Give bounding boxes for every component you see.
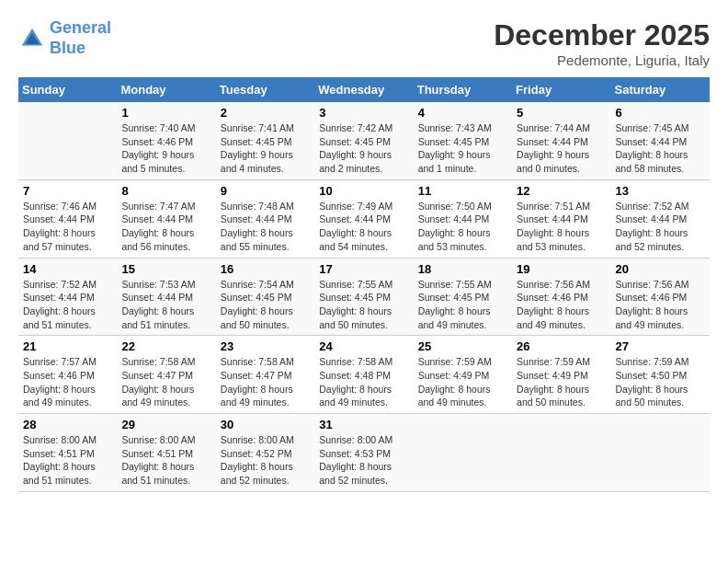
- cell-info: Sunrise: 7:58 AM Sunset: 4:47 PM Dayligh…: [221, 355, 310, 409]
- day-number: 5: [517, 106, 606, 120]
- calendar-cell: 21Sunrise: 7:57 AM Sunset: 4:46 PM Dayli…: [18, 336, 117, 414]
- day-number: 21: [23, 339, 112, 353]
- cell-info: Sunrise: 7:55 AM Sunset: 4:45 PM Dayligh…: [418, 278, 507, 332]
- day-number: 28: [23, 418, 112, 431]
- calendar-cell: 15Sunrise: 7:53 AM Sunset: 4:44 PM Dayli…: [117, 258, 215, 336]
- week-row-4: 21Sunrise: 7:57 AM Sunset: 4:46 PM Dayli…: [18, 336, 710, 414]
- day-number: 20: [616, 262, 705, 276]
- cell-info: Sunrise: 8:00 AM Sunset: 4:52 PM Dayligh…: [221, 433, 310, 488]
- calendar-cell: 25Sunrise: 7:59 AM Sunset: 4:49 PM Dayli…: [414, 336, 512, 414]
- title-block: December 2025 Pedemonte, Liguria, Italy: [494, 18, 710, 68]
- weekday-header-sunday: Sunday: [18, 77, 117, 102]
- cell-info: Sunrise: 7:45 AM Sunset: 4:44 PM Dayligh…: [616, 121, 705, 176]
- day-number: 25: [418, 339, 507, 353]
- day-number: 24: [319, 339, 408, 353]
- cell-info: Sunrise: 7:58 AM Sunset: 4:47 PM Dayligh…: [121, 355, 210, 409]
- cell-info: Sunrise: 8:00 AM Sunset: 4:53 PM Dayligh…: [319, 433, 408, 488]
- day-number: 4: [418, 106, 507, 120]
- day-number: 22: [121, 339, 210, 353]
- day-number: 13: [616, 184, 705, 198]
- weekday-header-tuesday: Tuesday: [216, 77, 314, 102]
- calendar-cell: [611, 414, 710, 492]
- week-row-5: 28Sunrise: 8:00 AM Sunset: 4:51 PM Dayli…: [18, 414, 710, 492]
- logo-text: General Blue: [50, 18, 111, 58]
- calendar-cell: 26Sunrise: 7:59 AM Sunset: 4:49 PM Dayli…: [512, 336, 610, 414]
- location: Pedemonte, Liguria, Italy: [494, 52, 710, 68]
- weekday-header-thursday: Thursday: [414, 77, 512, 102]
- day-number: 6: [616, 106, 705, 120]
- calendar-cell: 22Sunrise: 7:58 AM Sunset: 4:47 PM Dayli…: [117, 336, 215, 414]
- calendar-table: SundayMondayTuesdayWednesdayThursdayFrid…: [18, 77, 710, 492]
- day-number: 17: [319, 262, 408, 276]
- cell-info: Sunrise: 7:56 AM Sunset: 4:46 PM Dayligh…: [616, 278, 705, 332]
- cell-info: Sunrise: 7:55 AM Sunset: 4:45 PM Dayligh…: [319, 278, 408, 332]
- weekday-header-wednesday: Wednesday: [314, 77, 413, 102]
- cell-info: Sunrise: 7:48 AM Sunset: 4:44 PM Dayligh…: [221, 200, 310, 254]
- logo: General Blue: [18, 18, 111, 58]
- cell-info: Sunrise: 7:46 AM Sunset: 4:44 PM Dayligh…: [23, 200, 112, 254]
- calendar-cell: 12Sunrise: 7:51 AM Sunset: 4:44 PM Dayli…: [512, 179, 610, 258]
- cell-info: Sunrise: 7:42 AM Sunset: 4:45 PM Dayligh…: [319, 121, 408, 176]
- week-row-1: 1Sunrise: 7:40 AM Sunset: 4:46 PM Daylig…: [18, 102, 710, 179]
- calendar-cell: 5Sunrise: 7:44 AM Sunset: 4:44 PM Daylig…: [512, 102, 610, 179]
- day-number: 15: [121, 262, 210, 276]
- day-number: 1: [121, 106, 210, 120]
- calendar-cell: 14Sunrise: 7:52 AM Sunset: 4:44 PM Dayli…: [18, 258, 117, 336]
- day-number: 23: [221, 339, 310, 353]
- calendar-cell: 10Sunrise: 7:49 AM Sunset: 4:44 PM Dayli…: [314, 179, 413, 258]
- calendar-body: 1Sunrise: 7:40 AM Sunset: 4:46 PM Daylig…: [18, 102, 710, 491]
- day-number: 27: [616, 339, 705, 353]
- cell-info: Sunrise: 7:59 AM Sunset: 4:49 PM Dayligh…: [418, 355, 507, 409]
- day-number: 18: [418, 262, 507, 276]
- calendar-cell: 19Sunrise: 7:56 AM Sunset: 4:46 PM Dayli…: [512, 258, 610, 336]
- day-number: 9: [221, 184, 310, 198]
- cell-info: Sunrise: 7:40 AM Sunset: 4:46 PM Dayligh…: [121, 121, 210, 176]
- calendar-cell: 8Sunrise: 7:47 AM Sunset: 4:44 PM Daylig…: [117, 179, 215, 258]
- day-number: 14: [23, 262, 112, 276]
- cell-info: Sunrise: 7:59 AM Sunset: 4:50 PM Dayligh…: [616, 355, 705, 409]
- cell-info: Sunrise: 7:47 AM Sunset: 4:44 PM Dayligh…: [121, 200, 210, 254]
- day-number: 31: [319, 418, 408, 431]
- calendar-cell: 24Sunrise: 7:58 AM Sunset: 4:48 PM Dayli…: [314, 336, 413, 414]
- day-number: 19: [517, 262, 606, 276]
- cell-info: Sunrise: 7:59 AM Sunset: 4:49 PM Dayligh…: [517, 355, 606, 409]
- weekday-header-monday: Monday: [117, 77, 215, 102]
- calendar-cell: 9Sunrise: 7:48 AM Sunset: 4:44 PM Daylig…: [216, 179, 314, 258]
- calendar-cell: [18, 102, 117, 179]
- calendar-cell: 6Sunrise: 7:45 AM Sunset: 4:44 PM Daylig…: [611, 102, 710, 179]
- weekday-row: SundayMondayTuesdayWednesdayThursdayFrid…: [18, 77, 710, 102]
- cell-info: Sunrise: 7:52 AM Sunset: 4:44 PM Dayligh…: [23, 278, 112, 332]
- calendar-cell: 7Sunrise: 7:46 AM Sunset: 4:44 PM Daylig…: [18, 179, 117, 258]
- calendar-cell: 20Sunrise: 7:56 AM Sunset: 4:46 PM Dayli…: [611, 258, 710, 336]
- calendar-cell: 1Sunrise: 7:40 AM Sunset: 4:46 PM Daylig…: [117, 102, 215, 179]
- cell-info: Sunrise: 7:49 AM Sunset: 4:44 PM Dayligh…: [319, 200, 408, 254]
- calendar-header: SundayMondayTuesdayWednesdayThursdayFrid…: [18, 77, 710, 102]
- cell-info: Sunrise: 7:58 AM Sunset: 4:48 PM Dayligh…: [319, 355, 408, 409]
- calendar-cell: 31Sunrise: 8:00 AM Sunset: 4:53 PM Dayli…: [314, 414, 413, 492]
- weekday-header-saturday: Saturday: [611, 77, 710, 102]
- day-number: 3: [319, 106, 408, 120]
- cell-info: Sunrise: 7:57 AM Sunset: 4:46 PM Dayligh…: [23, 355, 112, 409]
- month-title: December 2025: [494, 18, 710, 52]
- calendar-cell: 16Sunrise: 7:54 AM Sunset: 4:45 PM Dayli…: [216, 258, 314, 336]
- day-number: 12: [517, 184, 606, 198]
- calendar-cell: 17Sunrise: 7:55 AM Sunset: 4:45 PM Dayli…: [314, 258, 413, 336]
- week-row-3: 14Sunrise: 7:52 AM Sunset: 4:44 PM Dayli…: [18, 258, 710, 336]
- cell-info: Sunrise: 8:00 AM Sunset: 4:51 PM Dayligh…: [121, 433, 210, 488]
- day-number: 16: [221, 262, 310, 276]
- week-row-2: 7Sunrise: 7:46 AM Sunset: 4:44 PM Daylig…: [18, 179, 710, 258]
- day-number: 8: [121, 184, 210, 198]
- calendar-cell: 3Sunrise: 7:42 AM Sunset: 4:45 PM Daylig…: [314, 102, 413, 179]
- calendar-cell: 4Sunrise: 7:43 AM Sunset: 4:45 PM Daylig…: [414, 102, 512, 179]
- calendar-cell: 27Sunrise: 7:59 AM Sunset: 4:50 PM Dayli…: [611, 336, 710, 414]
- calendar-cell: 11Sunrise: 7:50 AM Sunset: 4:44 PM Dayli…: [414, 179, 512, 258]
- calendar-cell: 13Sunrise: 7:52 AM Sunset: 4:44 PM Dayli…: [611, 179, 710, 258]
- day-number: 29: [121, 418, 210, 431]
- cell-info: Sunrise: 8:00 AM Sunset: 4:51 PM Dayligh…: [23, 433, 112, 488]
- cell-info: Sunrise: 7:41 AM Sunset: 4:45 PM Dayligh…: [221, 121, 310, 176]
- day-number: 26: [517, 339, 606, 353]
- calendar-cell: 2Sunrise: 7:41 AM Sunset: 4:45 PM Daylig…: [216, 102, 314, 179]
- logo-icon: [18, 25, 46, 52]
- cell-info: Sunrise: 7:53 AM Sunset: 4:44 PM Dayligh…: [121, 278, 210, 332]
- cell-info: Sunrise: 7:50 AM Sunset: 4:44 PM Dayligh…: [418, 200, 507, 254]
